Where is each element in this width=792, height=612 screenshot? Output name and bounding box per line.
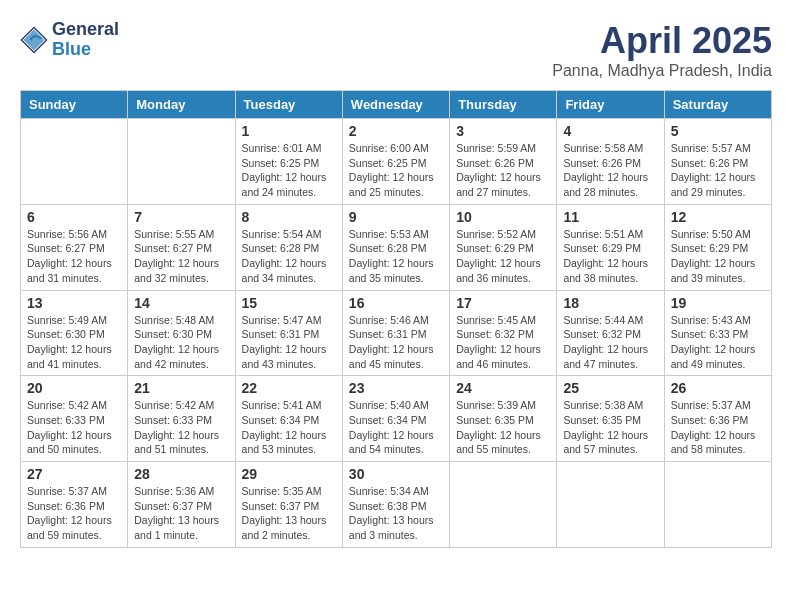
day-number: 22 (242, 380, 336, 396)
table-row: 27 Sunrise: 5:37 AMSunset: 6:36 PMDaylig… (21, 462, 128, 548)
table-row: 15 Sunrise: 5:47 AMSunset: 6:31 PMDaylig… (235, 290, 342, 376)
table-row: 24 Sunrise: 5:39 AMSunset: 6:35 PMDaylig… (450, 376, 557, 462)
day-info: Sunrise: 5:37 AMSunset: 6:36 PMDaylight:… (671, 398, 765, 457)
day-number: 11 (563, 209, 657, 225)
day-info: Sunrise: 5:36 AMSunset: 6:37 PMDaylight:… (134, 484, 228, 543)
table-row: 2 Sunrise: 6:00 AMSunset: 6:25 PMDayligh… (342, 119, 449, 205)
header-thursday: Thursday (450, 91, 557, 119)
header-friday: Friday (557, 91, 664, 119)
table-row (450, 462, 557, 548)
day-number: 16 (349, 295, 443, 311)
day-number: 17 (456, 295, 550, 311)
day-info: Sunrise: 5:35 AMSunset: 6:37 PMDaylight:… (242, 484, 336, 543)
calendar-week-row: 13 Sunrise: 5:49 AMSunset: 6:30 PMDaylig… (21, 290, 772, 376)
table-row: 14 Sunrise: 5:48 AMSunset: 6:30 PMDaylig… (128, 290, 235, 376)
day-info: Sunrise: 5:55 AMSunset: 6:27 PMDaylight:… (134, 227, 228, 286)
day-number: 27 (27, 466, 121, 482)
table-row (557, 462, 664, 548)
table-row: 20 Sunrise: 5:42 AMSunset: 6:33 PMDaylig… (21, 376, 128, 462)
header-wednesday: Wednesday (342, 91, 449, 119)
day-number: 2 (349, 123, 443, 139)
day-info: Sunrise: 6:01 AMSunset: 6:25 PMDaylight:… (242, 141, 336, 200)
table-row: 11 Sunrise: 5:51 AMSunset: 6:29 PMDaylig… (557, 204, 664, 290)
day-number: 3 (456, 123, 550, 139)
day-number: 30 (349, 466, 443, 482)
day-number: 5 (671, 123, 765, 139)
table-row (128, 119, 235, 205)
day-info: Sunrise: 5:41 AMSunset: 6:34 PMDaylight:… (242, 398, 336, 457)
day-number: 6 (27, 209, 121, 225)
table-row: 7 Sunrise: 5:55 AMSunset: 6:27 PMDayligh… (128, 204, 235, 290)
table-row: 16 Sunrise: 5:46 AMSunset: 6:31 PMDaylig… (342, 290, 449, 376)
day-number: 29 (242, 466, 336, 482)
title-area: April 2025 Panna, Madhya Pradesh, India (552, 20, 772, 80)
day-info: Sunrise: 6:00 AMSunset: 6:25 PMDaylight:… (349, 141, 443, 200)
header-sunday: Sunday (21, 91, 128, 119)
table-row: 10 Sunrise: 5:52 AMSunset: 6:29 PMDaylig… (450, 204, 557, 290)
table-row: 22 Sunrise: 5:41 AMSunset: 6:34 PMDaylig… (235, 376, 342, 462)
day-number: 26 (671, 380, 765, 396)
table-row: 4 Sunrise: 5:58 AMSunset: 6:26 PMDayligh… (557, 119, 664, 205)
day-info: Sunrise: 5:40 AMSunset: 6:34 PMDaylight:… (349, 398, 443, 457)
day-info: Sunrise: 5:53 AMSunset: 6:28 PMDaylight:… (349, 227, 443, 286)
svg-marker-0 (24, 29, 45, 50)
table-row: 8 Sunrise: 5:54 AMSunset: 6:28 PMDayligh… (235, 204, 342, 290)
day-number: 10 (456, 209, 550, 225)
day-info: Sunrise: 5:43 AMSunset: 6:33 PMDaylight:… (671, 313, 765, 372)
table-row: 1 Sunrise: 6:01 AMSunset: 6:25 PMDayligh… (235, 119, 342, 205)
day-number: 12 (671, 209, 765, 225)
day-number: 9 (349, 209, 443, 225)
day-info: Sunrise: 5:45 AMSunset: 6:32 PMDaylight:… (456, 313, 550, 372)
day-info: Sunrise: 5:58 AMSunset: 6:26 PMDaylight:… (563, 141, 657, 200)
header-saturday: Saturday (664, 91, 771, 119)
day-number: 7 (134, 209, 228, 225)
table-row: 3 Sunrise: 5:59 AMSunset: 6:26 PMDayligh… (450, 119, 557, 205)
day-info: Sunrise: 5:54 AMSunset: 6:28 PMDaylight:… (242, 227, 336, 286)
day-info: Sunrise: 5:51 AMSunset: 6:29 PMDaylight:… (563, 227, 657, 286)
day-info: Sunrise: 5:38 AMSunset: 6:35 PMDaylight:… (563, 398, 657, 457)
day-info: Sunrise: 5:39 AMSunset: 6:35 PMDaylight:… (456, 398, 550, 457)
day-info: Sunrise: 5:48 AMSunset: 6:30 PMDaylight:… (134, 313, 228, 372)
table-row: 30 Sunrise: 5:34 AMSunset: 6:38 PMDaylig… (342, 462, 449, 548)
day-info: Sunrise: 5:49 AMSunset: 6:30 PMDaylight:… (27, 313, 121, 372)
day-number: 8 (242, 209, 336, 225)
table-row: 17 Sunrise: 5:45 AMSunset: 6:32 PMDaylig… (450, 290, 557, 376)
table-row: 25 Sunrise: 5:38 AMSunset: 6:35 PMDaylig… (557, 376, 664, 462)
logo-text: General Blue (52, 20, 119, 60)
day-number: 21 (134, 380, 228, 396)
table-row: 12 Sunrise: 5:50 AMSunset: 6:29 PMDaylig… (664, 204, 771, 290)
day-info: Sunrise: 5:37 AMSunset: 6:36 PMDaylight:… (27, 484, 121, 543)
table-row: 6 Sunrise: 5:56 AMSunset: 6:27 PMDayligh… (21, 204, 128, 290)
header-tuesday: Tuesday (235, 91, 342, 119)
weekday-header-row: Sunday Monday Tuesday Wednesday Thursday… (21, 91, 772, 119)
calendar-week-row: 6 Sunrise: 5:56 AMSunset: 6:27 PMDayligh… (21, 204, 772, 290)
day-number: 20 (27, 380, 121, 396)
month-title: April 2025 (552, 20, 772, 62)
logo-blue: Blue (52, 40, 119, 60)
day-info: Sunrise: 5:50 AMSunset: 6:29 PMDaylight:… (671, 227, 765, 286)
day-info: Sunrise: 5:52 AMSunset: 6:29 PMDaylight:… (456, 227, 550, 286)
calendar: Sunday Monday Tuesday Wednesday Thursday… (20, 90, 772, 548)
calendar-week-row: 27 Sunrise: 5:37 AMSunset: 6:36 PMDaylig… (21, 462, 772, 548)
day-info: Sunrise: 5:34 AMSunset: 6:38 PMDaylight:… (349, 484, 443, 543)
calendar-week-row: 1 Sunrise: 6:01 AMSunset: 6:25 PMDayligh… (21, 119, 772, 205)
logo-general: General (52, 20, 119, 40)
table-row: 19 Sunrise: 5:43 AMSunset: 6:33 PMDaylig… (664, 290, 771, 376)
day-number: 13 (27, 295, 121, 311)
header-monday: Monday (128, 91, 235, 119)
day-number: 18 (563, 295, 657, 311)
day-number: 4 (563, 123, 657, 139)
day-info: Sunrise: 5:46 AMSunset: 6:31 PMDaylight:… (349, 313, 443, 372)
table-row: 26 Sunrise: 5:37 AMSunset: 6:36 PMDaylig… (664, 376, 771, 462)
table-row: 21 Sunrise: 5:42 AMSunset: 6:33 PMDaylig… (128, 376, 235, 462)
table-row: 9 Sunrise: 5:53 AMSunset: 6:28 PMDayligh… (342, 204, 449, 290)
logo-icon (20, 26, 48, 54)
day-number: 15 (242, 295, 336, 311)
day-number: 23 (349, 380, 443, 396)
day-info: Sunrise: 5:42 AMSunset: 6:33 PMDaylight:… (27, 398, 121, 457)
header: General Blue April 2025 Panna, Madhya Pr… (20, 20, 772, 80)
location-title: Panna, Madhya Pradesh, India (552, 62, 772, 80)
day-info: Sunrise: 5:42 AMSunset: 6:33 PMDaylight:… (134, 398, 228, 457)
calendar-week-row: 20 Sunrise: 5:42 AMSunset: 6:33 PMDaylig… (21, 376, 772, 462)
day-number: 1 (242, 123, 336, 139)
